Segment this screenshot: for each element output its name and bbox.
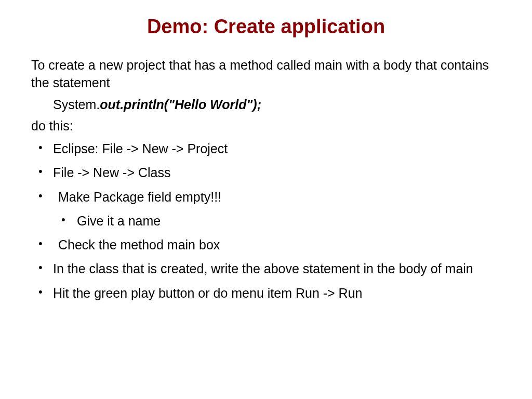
intro-paragraph: To create a new project that has a metho…	[31, 57, 501, 92]
instruction-list: Eclipse: File -> New -> Project File -> …	[31, 139, 501, 302]
list-item: Give it a name	[31, 211, 501, 230]
list-item: File -> New -> Class	[31, 163, 501, 182]
code-statement: System.out.println("Hello World");	[53, 96, 501, 114]
code-prefix: System.	[53, 97, 100, 112]
list-item: In the class that is created, write the …	[31, 259, 501, 278]
list-item: Check the method main box	[31, 235, 501, 254]
do-this-label: do this:	[31, 117, 501, 135]
list-item: Make Package field empty!!!	[31, 188, 501, 206]
code-bold: out.println("Hello World");	[100, 97, 261, 112]
list-item: Eclipse: File -> New -> Project	[31, 139, 501, 158]
slide-title: Demo: Create application	[31, 16, 501, 38]
list-item: Hit the green play button or do menu ite…	[31, 284, 501, 302]
